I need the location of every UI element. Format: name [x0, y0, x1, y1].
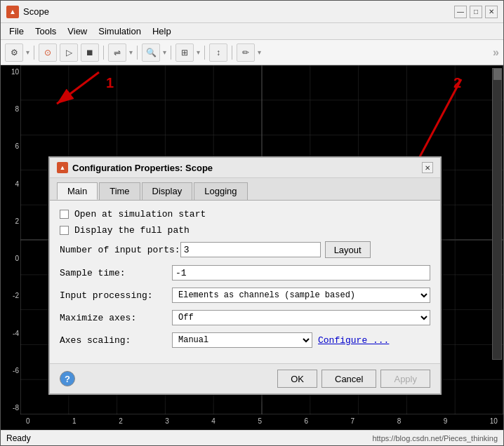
- annotation-1: 1: [106, 75, 114, 91]
- menu-view[interactable]: View: [62, 25, 93, 38]
- input-processing-select[interactable]: Elements as channels (sample based) Colu…: [172, 288, 430, 303]
- x-label-0: 0: [26, 417, 30, 427]
- dialog-footer: ? OK Cancel Apply: [50, 363, 440, 393]
- menu-help[interactable]: Help: [147, 25, 177, 38]
- sample-time-row: Sample time:: [60, 265, 430, 281]
- tab-display[interactable]: Display: [142, 182, 193, 200]
- dialog-title: Configuration Properties: Scope: [72, 163, 422, 173]
- y-label-n4: -4: [2, 330, 19, 337]
- zoom-btn[interactable]: ⇌: [108, 43, 126, 62]
- sample-time-input[interactable]: [172, 265, 430, 281]
- settings-btn[interactable]: ⚙: [5, 43, 23, 62]
- sep5: [204, 46, 205, 60]
- sep4: [171, 46, 171, 60]
- sep1: [34, 46, 34, 60]
- input-processing-label: Input processing:: [60, 290, 172, 301]
- dialog-title-bar: ▲ Configuration Properties: Scope ✕: [50, 158, 440, 178]
- annotation-2: 2: [453, 75, 461, 91]
- layout-button[interactable]: Layout: [325, 241, 371, 258]
- dialog-tabs: Main Time Display Logging: [50, 178, 440, 201]
- status-bar: Ready https://blog.csdn.net/Pieces_think…: [1, 430, 503, 445]
- axes-btn[interactable]: ⊞: [175, 43, 194, 62]
- status-text: Ready: [6, 433, 31, 443]
- axes-scaling-row: Axes scaling: Manual Auto Visually Confi…: [60, 332, 430, 348]
- open-at-start-label: Open at simulation start: [74, 209, 206, 219]
- y-label-n8: -8: [2, 404, 19, 412]
- y-label-n2: -2: [2, 292, 19, 299]
- y-label-n6: -6: [2, 367, 19, 374]
- maximize-axes-label: Maximize axes:: [60, 313, 172, 323]
- stop-btn[interactable]: ⏹: [81, 43, 99, 62]
- cancel-button[interactable]: Cancel: [321, 370, 376, 388]
- menu-file[interactable]: File: [4, 25, 29, 38]
- x-label-6: 6: [304, 417, 308, 427]
- scrollbar[interactable]: [492, 68, 502, 360]
- checkbox-row-2: Display the full path: [60, 225, 430, 236]
- configure-link[interactable]: Configure ...: [318, 335, 389, 346]
- menu-bar: File Tools View Simulation Help: [1, 23, 503, 40]
- run-btn[interactable]: ⊙: [39, 43, 57, 62]
- y-label-2: 2: [2, 217, 19, 225]
- maximize-axes-row: Maximize axes: Off On Auto: [60, 310, 430, 325]
- axes-scaling-label: Axes scaling:: [60, 335, 172, 346]
- close-button[interactable]: ✕: [485, 6, 498, 18]
- num-ports-input[interactable]: [180, 242, 321, 257]
- y-label-10: 10: [2, 68, 19, 76]
- checkbox-row-1: Open at simulation start: [60, 209, 430, 219]
- edit-btn[interactable]: ✏: [237, 43, 255, 62]
- ok-button[interactable]: OK: [277, 370, 317, 388]
- status-url: https://blog.csdn.net/Pieces_thinking: [372, 434, 498, 442]
- x-label-5: 5: [258, 417, 262, 427]
- sample-time-label: Sample time:: [60, 268, 172, 278]
- toolbar: ⚙ ▾ ⊙ ▷ ⏹ ⇌ ▾ 🔍 ▾ ⊞ ▾ ↕ ✏ ▾ »: [1, 40, 503, 65]
- x-label-7: 7: [351, 417, 355, 427]
- open-at-start-checkbox[interactable]: [60, 210, 69, 219]
- menu-tools[interactable]: Tools: [29, 25, 62, 38]
- sep2: [103, 46, 104, 60]
- dialog-close-button[interactable]: ✕: [422, 162, 433, 173]
- display-full-path-checkbox[interactable]: [60, 226, 69, 235]
- sep6: [232, 46, 232, 60]
- tab-logging[interactable]: Logging: [194, 182, 247, 200]
- y-axis-labels: 10 8 6 4 2 0 -2 -4 -6 -8: [1, 65, 20, 414]
- window-title: Scope: [23, 6, 454, 17]
- num-ports-row: Number of input ports: Layout: [60, 241, 430, 258]
- y-label-8: 8: [2, 105, 19, 113]
- maximize-axes-select[interactable]: Off On Auto: [172, 310, 430, 325]
- title-bar-controls: — □ ✕: [454, 6, 498, 18]
- x-label-3: 3: [165, 417, 169, 427]
- dialog-app-icon: ▲: [57, 162, 68, 173]
- scope-area: 10 8 6 4 2 0 -2 -4 -6 -8: [1, 65, 503, 430]
- y-label-4: 4: [2, 180, 19, 188]
- apply-button[interactable]: Apply: [380, 370, 430, 388]
- axes-scaling-select[interactable]: Manual Auto Visually: [172, 332, 312, 348]
- sep3: [137, 46, 138, 60]
- dialog-body: Open at simulation start Display the ful…: [50, 201, 440, 363]
- help-button[interactable]: ?: [60, 371, 75, 386]
- main-window: ▲ Scope — □ ✕ File Tools View Simulation…: [0, 0, 504, 446]
- x-axis-labels: 0 1 2 3 4 5 6 7 8 9 10: [20, 414, 503, 430]
- minimize-button[interactable]: —: [454, 6, 467, 18]
- input-processing-row: Input processing: Elements as channels (…: [60, 288, 430, 303]
- config-dialog: ▲ Configuration Properties: Scope ✕ Main…: [48, 156, 442, 395]
- scale-btn[interactable]: ↕: [209, 43, 227, 62]
- x-label-10: 10: [490, 417, 498, 427]
- num-ports-label: Number of input ports:: [60, 245, 180, 255]
- x-label-8: 8: [397, 417, 402, 427]
- x-label-9: 9: [444, 417, 448, 427]
- menu-simulation[interactable]: Simulation: [93, 25, 147, 38]
- title-bar: ▲ Scope — □ ✕: [1, 1, 503, 23]
- maximize-button[interactable]: □: [470, 6, 482, 18]
- display-full-path-label: Display the full path: [74, 225, 190, 236]
- zoom-in-btn[interactable]: 🔍: [142, 43, 160, 62]
- step-btn[interactable]: ▷: [60, 43, 78, 62]
- app-icon: ▲: [6, 6, 19, 18]
- x-label-4: 4: [211, 417, 215, 427]
- tab-main[interactable]: Main: [57, 182, 98, 200]
- y-label-6: 6: [2, 142, 19, 150]
- x-label-1: 1: [72, 417, 77, 427]
- x-label-2: 2: [119, 417, 123, 427]
- y-label-0: 0: [2, 255, 19, 262]
- tab-time[interactable]: Time: [99, 182, 140, 200]
